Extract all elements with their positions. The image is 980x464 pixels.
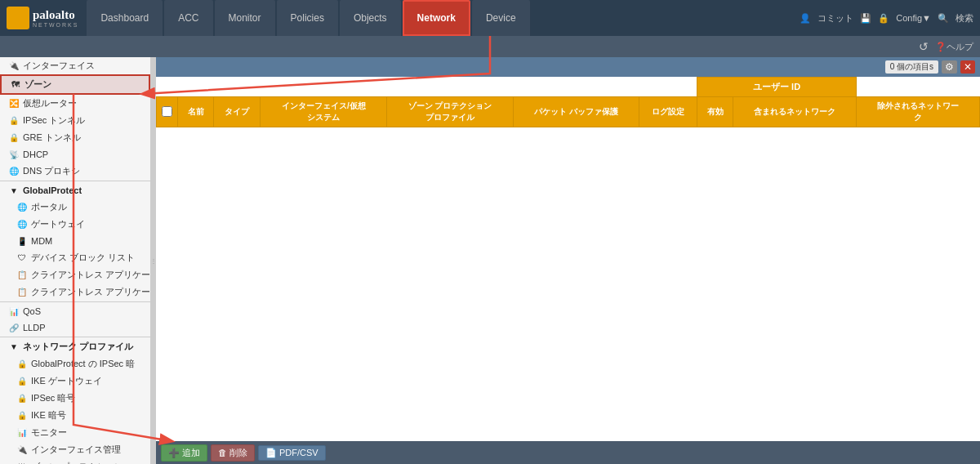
sidebar-item-device-block[interactable]: 🛡 デバイス ブロック リスト: [0, 249, 150, 266]
col-type: タイプ: [214, 97, 261, 127]
export-label: PDF/CSV: [279, 448, 318, 457]
userid-header-row: ユーザー ID: [157, 78, 980, 97]
divider-1: [0, 181, 150, 181]
sidebar-label-zone-protection: ゾーン プロテクション: [31, 461, 123, 464]
sidebar-item-zones[interactable]: 🗺 ゾーン: [0, 74, 150, 95]
tab-acc[interactable]: ACC: [164, 0, 212, 36]
logo-icon: [7, 7, 29, 29]
sidebar-item-gp-ipsec[interactable]: 🔒 GlobalProtect の IPSec 暗: [0, 355, 150, 373]
subheader: ↺ ❓ヘルプ: [0, 36, 980, 57]
col-log-settings: ログ設定: [639, 97, 697, 127]
svg-rect-6: [20, 24, 26, 26]
logo-area: paloalto NETWORKS: [7, 7, 78, 29]
tab-dashboard[interactable]: Dashboard: [87, 0, 163, 36]
select-all-checkbox[interactable]: [162, 106, 172, 117]
sidebar-label-mdm: MDM: [31, 236, 52, 246]
svg-rect-0: [10, 10, 17, 17]
expand-icon: ▼: [8, 185, 20, 196]
sidebar-label-portal: ポータル: [31, 201, 67, 213]
sidebar-item-clientless-2[interactable]: 📋 クライアントレス アプリケー: [0, 283, 150, 301]
sidebar-item-mdm[interactable]: 📱 MDM: [0, 233, 150, 249]
ipsec-crypto-icon: 🔒: [16, 393, 28, 404]
sidebar-label-clientless-1: クライアントレス アプリケー: [31, 269, 150, 281]
col-checkbox: [157, 97, 178, 127]
commit-icon: 👤: [800, 13, 811, 24]
sidebar-item-interfaces[interactable]: 🔌 インターフェイス: [0, 57, 150, 74]
svg-rect-5: [20, 19, 26, 22]
svg-rect-3: [10, 19, 13, 26]
col-name: 名前: [178, 97, 214, 127]
sidebar-label-gre: GRE トンネル: [23, 132, 81, 144]
clientless-2-icon: 📋: [16, 287, 28, 298]
sidebar-item-dhcp[interactable]: 📡 DHCP: [0, 146, 150, 163]
tab-objects[interactable]: Objects: [340, 0, 401, 36]
sidebar: 🔌 インターフェイス 🗺 ゾーン 🔀 仮想ルーター 🔒 IPSec トンネル 🔒…: [0, 57, 151, 464]
sidebar-item-portal[interactable]: 🌐 ポータル: [0, 199, 150, 216]
delete-icon: 🗑: [218, 448, 227, 457]
sidebar-label-qos: QoS: [23, 306, 41, 316]
content-area: 0 個の項目s ⚙ ✕ ユーザー ID 名前: [156, 57, 980, 464]
sidebar-item-monitor[interactable]: 📊 モニター: [0, 424, 150, 441]
sidebar-item-qos[interactable]: 📊 QoS: [0, 303, 150, 319]
search-button[interactable]: 検索: [956, 12, 973, 25]
sidebar-item-globalprotect[interactable]: ▼ GlobalProtect: [0, 182, 150, 199]
qos-icon: 📊: [8, 306, 20, 317]
sidebar-item-lldp[interactable]: 🔗 LLDP: [0, 319, 150, 336]
topbar-close-button[interactable]: ✕: [960, 60, 975, 74]
export-button[interactable]: 📄 PDF/CSV: [258, 445, 326, 461]
tab-network[interactable]: Network: [403, 0, 470, 36]
sidebar-label-iface-mgmt: インターフェイス管理: [31, 444, 121, 456]
commit-button[interactable]: コミット: [817, 12, 853, 25]
ike-crypto-icon: 🔒: [16, 410, 28, 422]
delete-button[interactable]: 🗑 削除: [211, 444, 255, 462]
sidebar-label-dns: DNS プロキシ: [23, 165, 80, 177]
ike-gw-icon: 🔒: [16, 376, 28, 387]
tab-monitor[interactable]: Monitor: [215, 0, 275, 36]
gre-icon: 🔒: [8, 132, 20, 144]
svg-rect-1: [19, 10, 26, 13]
dns-icon: 🌐: [8, 166, 20, 177]
col-packet-buffer: パケット バッファ保護: [513, 97, 639, 127]
clientless-1-icon: 📋: [16, 270, 28, 281]
sidebar-item-gateway[interactable]: 🌐 ゲートウェイ: [0, 216, 150, 233]
sidebar-label-clientless-2: クライアントレス アプリケー: [31, 286, 150, 298]
sidebar-item-ike-gw[interactable]: 🔒 IKE ゲートウェイ: [0, 373, 150, 390]
sidebar-item-ipsec-crypto[interactable]: 🔒 IPSec 暗号: [0, 390, 150, 407]
sidebar-label-ike-gw: IKE ゲートウェイ: [31, 375, 102, 387]
zones-icon: 🗺: [10, 79, 21, 91]
zones-table: ユーザー ID 名前 タイプ インターフェイス/仮想システム ゾーン プロテクシ…: [156, 77, 980, 127]
brand-name: paloalto: [33, 8, 78, 22]
sidebar-label-gp-ipsec: GlobalProtect の IPSec 暗: [31, 358, 135, 370]
header-actions: 👤 コミット 💾 🔒 Config▼ 🔍 検索: [800, 12, 973, 25]
add-button[interactable]: ➕ 追加: [161, 444, 207, 462]
sidebar-item-dns-proxy[interactable]: 🌐 DNS プロキシ: [0, 163, 150, 180]
col-zone-protection: ゾーン プロテクションプロファイル: [387, 97, 514, 127]
sidebar-item-zone-protection[interactable]: 🛡 ゾーン プロテクション: [0, 458, 150, 464]
sidebar-label-gateway: ゲートウェイ: [31, 218, 85, 230]
topbar-settings-button[interactable]: ⚙: [942, 60, 957, 74]
sidebar-label-ipsec-crypto: IPSec 暗号: [31, 392, 75, 404]
tab-device[interactable]: Device: [472, 0, 530, 36]
iface-mgmt-icon: 🔌: [16, 444, 28, 456]
refresh-button[interactable]: ↺: [919, 40, 929, 53]
sidebar-item-iface-mgmt[interactable]: 🔌 インターフェイス管理: [0, 441, 150, 458]
config-button[interactable]: Config▼: [896, 13, 931, 23]
sidebar-item-virtual-routers[interactable]: 🔀 仮想ルーター: [0, 95, 150, 112]
help-button[interactable]: ❓ヘルプ: [935, 41, 973, 53]
netprofiles-expand-icon: ▼: [8, 341, 20, 353]
sidebar-item-network-profiles[interactable]: ▼ ネットワーク プロファイル: [0, 338, 150, 355]
portal-icon: 🌐: [16, 202, 28, 213]
sidebar-label-virtual-routers: 仮想ルーター: [23, 97, 77, 109]
sidebar-label-ipsec: IPSec トンネル: [23, 114, 85, 127]
sidebar-item-clientless-1[interactable]: 📋 クライアントレス アプリケー: [0, 266, 150, 283]
zones-table-container: ユーザー ID 名前 タイプ インターフェイス/仮想システム ゾーン プロテクシ…: [156, 77, 980, 441]
col-included-networks: 含まれるネットワーク: [733, 97, 857, 127]
col-excluded-networks: 除外されるネットワーク: [857, 97, 980, 127]
add-icon: ➕: [168, 448, 180, 458]
lock-icon: 🔒: [878, 13, 889, 24]
sidebar-item-gre[interactable]: 🔒 GRE トンネル: [0, 129, 150, 146]
sidebar-label-lldp: LLDP: [23, 323, 46, 332]
sidebar-item-ipsec[interactable]: 🔒 IPSec トンネル: [0, 112, 150, 129]
sidebar-item-ike-crypto[interactable]: 🔒 IKE 暗号: [0, 407, 150, 424]
tab-policies[interactable]: Policies: [277, 0, 338, 36]
